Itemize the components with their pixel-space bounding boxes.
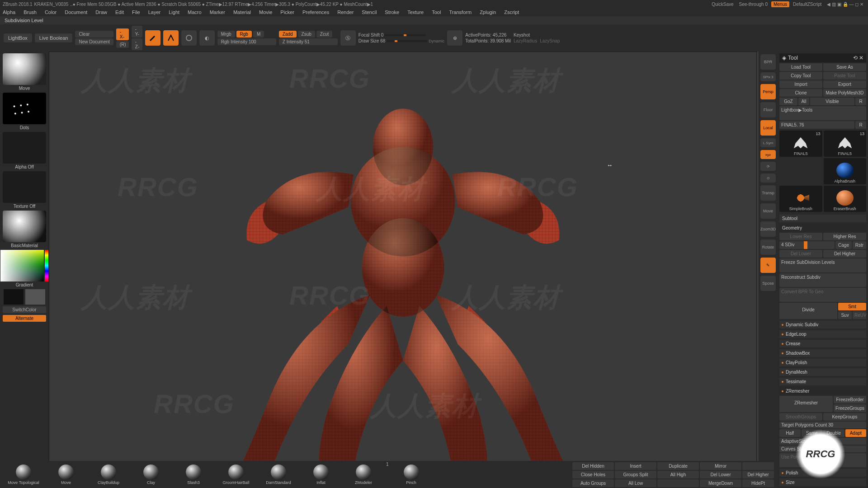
axis-x[interactable]: -X- <box>116 28 129 40</box>
del-lower2[interactable]: Del Lower <box>700 471 741 479</box>
clone[interactable]: Clone <box>779 89 822 97</box>
brush-claybuildup[interactable]: ClayBuildup <box>89 465 128 485</box>
size-sect[interactable]: Size <box>779 479 866 486</box>
goz-visible[interactable]: Visible <box>810 98 854 105</box>
lazyradius[interactable]: LazyRadius <box>514 38 537 43</box>
rotate-nav[interactable]: Rotate <box>760 239 776 255</box>
xyz-button[interactable]: xyz <box>760 150 776 159</box>
alternate-button[interactable]: Alternate <box>3 315 46 322</box>
dynamic-subdiv[interactable]: Dynamic Subdiv <box>779 321 866 328</box>
brush-zmodeler[interactable]: ZModeler <box>344 465 383 485</box>
lightbox-button[interactable]: LightBox <box>4 33 32 42</box>
goz[interactable]: GoZ <box>779 98 797 105</box>
rgb-button[interactable]: Rgb <box>236 31 252 38</box>
move-nav[interactable]: Move <box>760 203 776 219</box>
duplicate[interactable]: Duplicate <box>657 462 699 470</box>
menu-document[interactable]: Document <box>65 9 87 15</box>
tessimate[interactable]: Tessimate <box>779 378 866 385</box>
mrgb-button[interactable]: Mrgb <box>217 31 235 38</box>
menu-zscript[interactable]: Zscript <box>504 9 519 15</box>
newdoc-button[interactable]: New Document <box>75 38 113 45</box>
tool-r[interactable]: R <box>855 121 866 129</box>
menu-macro[interactable]: Macro <box>188 9 202 15</box>
axis-y[interactable]: -Y- <box>132 26 142 38</box>
hidept[interactable]: HidePt <box>742 479 774 487</box>
m-button[interactable]: M <box>253 31 264 38</box>
close-holes[interactable]: Close Holes <box>572 471 614 479</box>
all-high[interactable]: All High <box>657 471 699 479</box>
all-low[interactable]: All Low <box>615 479 656 487</box>
menu-color[interactable]: Color <box>45 9 57 15</box>
brush-inflat[interactable]: Inflat <box>301 465 341 485</box>
menu-tool[interactable]: Tool <box>432 9 441 15</box>
dynamesh[interactable]: DynaMesh <box>779 368 866 376</box>
freeze-border[interactable]: FreezeBorder <box>834 396 866 404</box>
claypolish[interactable]: ClayPolish <box>779 359 866 366</box>
viewport[interactable] <box>49 52 757 488</box>
zremesher-sect[interactable]: ZRemesher <box>779 387 866 395</box>
suv[interactable]: Suv <box>838 311 852 319</box>
hue-strip[interactable] <box>45 250 48 282</box>
del-higher[interactable]: Del Higher <box>823 250 866 258</box>
thumb-simple[interactable]: SimpleBrush <box>779 186 822 212</box>
menu-stencil[interactable]: Stencil <box>362 9 377 15</box>
crease[interactable]: Crease <box>779 340 866 347</box>
gizmo-nav[interactable]: ✎ <box>760 258 776 273</box>
del-lower[interactable]: Del Lower <box>779 250 822 258</box>
load-tool[interactable]: Load Tool <box>779 63 822 71</box>
draw-size-label[interactable]: Draw Size 68 <box>359 38 385 43</box>
edit-icon[interactable] <box>145 30 160 46</box>
frame-icon[interactable]: ⟳ <box>760 162 776 171</box>
window-icons[interactable]: ◀ ▥ ▣ 🔒 — ◻ ✕ <box>825 1 865 7</box>
subtool-section[interactable]: Subtool <box>779 215 866 222</box>
save-as[interactable]: Save As <box>823 63 866 71</box>
reuv[interactable]: ReUV <box>853 311 866 319</box>
menu-transform[interactable]: Transform <box>449 9 472 15</box>
copy-tool[interactable]: Copy Tool <box>779 72 822 80</box>
fit-icon[interactable]: ⊙ <box>760 174 776 183</box>
make-polymesh[interactable]: Make PolyMesh3D <box>823 89 866 97</box>
menu-texture[interactable]: Texture <box>407 9 424 15</box>
brush-slash3[interactable]: Slash3 <box>174 465 213 485</box>
goz-r[interactable]: R <box>855 98 866 105</box>
cage[interactable]: Cage <box>835 241 852 249</box>
menu-material[interactable]: Material <box>233 9 251 15</box>
thumb-eraser[interactable]: EraserBrush <box>824 186 867 212</box>
sdiv-slider[interactable]: 4 SDiv <box>779 241 835 249</box>
menu-draw[interactable]: Draw <box>95 9 107 15</box>
freeze-groups[interactable]: FreezeGroups <box>834 404 866 412</box>
freeze-subdiv[interactable]: Freeze SubDivision Levels <box>779 258 866 272</box>
menu-render[interactable]: Render <box>337 9 354 15</box>
menu-alpha[interactable]: Alpha <box>3 9 15 15</box>
clear-button[interactable]: Clear <box>75 31 113 38</box>
brush-clay[interactable]: Clay <box>131 465 171 485</box>
focal-shift-label[interactable]: Focal Shift 0 <box>359 33 384 38</box>
axis-r[interactable]: (R) <box>116 41 129 48</box>
rstr[interactable]: Rstr <box>853 241 866 249</box>
divide[interactable]: Divide <box>779 303 837 319</box>
paste-tool[interactable]: Paste Tool <box>823 72 866 80</box>
keep-groups[interactable]: KeepGroups <box>823 413 866 421</box>
material-swatch[interactable] <box>3 211 46 242</box>
del-higher2[interactable]: Del Higher <box>742 471 774 479</box>
draw-icon[interactable] <box>163 30 179 46</box>
color-swatches[interactable] <box>4 289 45 305</box>
quicksave-button[interactable]: QuickSave <box>710 1 735 7</box>
reconstruct-subdiv[interactable]: Reconstruct Subdiv <box>779 273 866 287</box>
liveboolean-button[interactable]: Live Boolean <box>35 33 73 42</box>
export[interactable]: Export <box>823 80 866 88</box>
smt[interactable]: Smt <box>838 303 866 310</box>
brush-groomhair[interactable]: GroomHairBall <box>216 465 256 485</box>
menu-edit[interactable]: Edit <box>115 9 124 15</box>
smooth-groups[interactable]: SmoothGroups <box>779 413 822 421</box>
edgeloop[interactable]: EdgeLoop <box>779 330 866 338</box>
lower-res[interactable]: Lower Res <box>779 233 822 240</box>
brush-swatch[interactable] <box>3 53 46 85</box>
local-button[interactable]: Local <box>760 120 776 136</box>
thumb-alpha[interactable]: AlphaBrush <box>824 158 867 184</box>
target-poly[interactable]: Target Polygons Count 30 <box>779 422 866 428</box>
switchcolor-button[interactable]: SwitchColor <box>3 306 46 313</box>
zcut-button[interactable]: Zcut <box>316 31 332 38</box>
transp-button[interactable]: Transp <box>760 185 776 201</box>
zremesher-btn[interactable]: ZRemesher <box>779 396 833 412</box>
